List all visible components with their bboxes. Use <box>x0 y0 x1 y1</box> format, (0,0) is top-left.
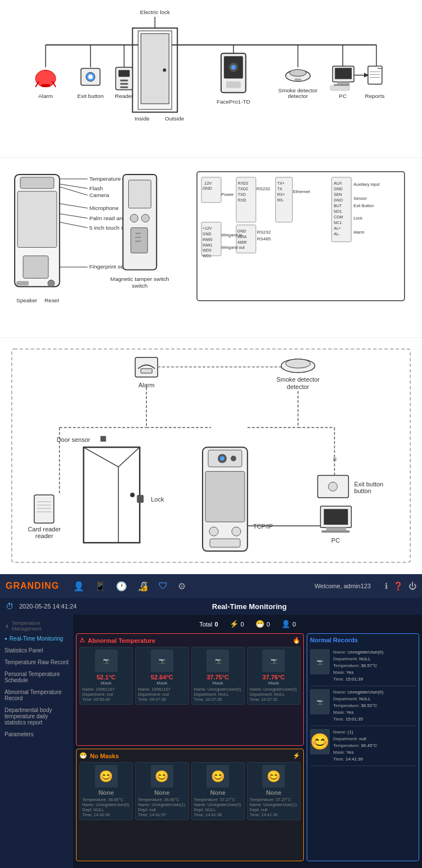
card-mask-1: Mask <box>138 681 186 686</box>
pc-label: PC <box>339 93 347 99</box>
face-icon: 😷 <box>255 620 264 628</box>
phone-nav-icon[interactable]: 📱 <box>95 581 106 592</box>
normal-records-panel: Normal Records 📷 Name: UnregisterUser(0)… <box>307 633 419 861</box>
palm-label: Palm read area <box>89 215 128 221</box>
nmcard-info-1: Temperature: 38.65°C Name: UnregisterUse… <box>138 797 186 817</box>
svg-text:RXD2: RXD2 <box>238 181 249 185</box>
svg-text:GND: GND <box>203 232 212 236</box>
card-temp-0: 52.1°C <box>82 674 130 681</box>
sidebar-item-abnormal[interactable]: Abnormal Temperature Record <box>0 686 73 704</box>
svg-text:reader: reader <box>35 533 53 539</box>
face-value: 0 <box>267 621 270 628</box>
svg-rect-142 <box>137 495 143 503</box>
nmcard-info-3: Temperature: 37.27°C Name: UnregisterUse… <box>250 797 298 817</box>
inside-label: Inside <box>134 115 150 122</box>
gear-nav-icon[interactable]: ⚙ <box>178 581 186 592</box>
normal-info-2: Name: (1) Department: null Temperature: … <box>333 729 377 763</box>
svg-text:Sensor: Sensor <box>353 196 367 201</box>
nav-right-icons: ℹ ❓ ⏻ <box>385 581 416 590</box>
person-stat-icon: 👤 <box>281 620 290 628</box>
svg-text:RS485: RS485 <box>257 236 271 241</box>
stats-bar: Total 0 ⚡ 0 😷 0 👤 0 <box>76 618 419 630</box>
svg-text:RX-: RX- <box>277 198 285 202</box>
outside-label: Outside <box>165 115 185 122</box>
abnormal-title: ⚠ Abnormal Temperature 🔥 <box>79 637 300 644</box>
power-icon[interactable]: ⏻ <box>408 581 416 590</box>
clock-nav-icon[interactable]: 🕐 <box>116 581 127 592</box>
tamper-label: Magnetic tamper switch <box>110 276 169 282</box>
svg-rect-39 <box>330 86 349 90</box>
help-icon[interactable]: ❓ <box>393 581 403 590</box>
section2-diagram: Temperature detector Flash Camera Microp… <box>0 158 422 338</box>
svg-point-61 <box>130 214 138 222</box>
svg-point-62 <box>141 214 149 222</box>
svg-rect-63 <box>131 228 147 253</box>
svg-text:SEN: SEN <box>334 193 342 196</box>
svg-point-5 <box>163 69 166 72</box>
svg-text:Wiegand out: Wiegand out <box>221 245 245 250</box>
sidebar: 🌡 Temperature Management ● Real-Time Mon… <box>0 615 73 868</box>
nmcard-temp-2: None <box>194 789 242 796</box>
svg-text:+12V: +12V <box>203 226 212 230</box>
svg-text:12V: 12V <box>204 181 212 186</box>
svg-rect-124 <box>100 436 106 442</box>
nmcard-img-1: 😊 <box>151 765 173 788</box>
alarm-label: Alarm <box>38 93 53 99</box>
svg-rect-0 <box>1 0 421 157</box>
svg-text:GND: GND <box>334 187 343 191</box>
person-nav-icon[interactable]: 👤 <box>73 581 84 592</box>
svg-point-154 <box>329 482 338 491</box>
svg-point-147 <box>231 456 236 462</box>
sidebar-item-stats[interactable]: Statistics Panel <box>0 645 73 656</box>
facepro-label: FacePro1-TD <box>217 99 250 105</box>
svg-point-51 <box>48 280 55 287</box>
card-temp-1: 52.64°C <box>138 674 186 681</box>
sidebar-item-realtime[interactable]: ● Real-Time Monitoring <box>0 633 73 645</box>
card-info-2: Name: UnregisterUser(0) Department: NULL… <box>194 687 242 702</box>
svg-rect-136 <box>34 495 54 523</box>
clock-icon-sub: ⏱ <box>6 602 14 611</box>
nomask-grid: 😊 None Temperature: 38.65°C Name: Unregi… <box>79 762 300 820</box>
nomask-card-3: 😊 None Temperature: 37.27°C Name: Unregi… <box>247 762 300 820</box>
shield-nav-icon[interactable]: 🛡 <box>159 581 168 592</box>
normal-info-1: Name: UnregisterUser(0) Department: NULL… <box>333 689 383 723</box>
normal-img-0: 📷 <box>310 649 330 674</box>
svg-rect-37 <box>337 82 349 84</box>
camera-label: Camera <box>89 192 110 198</box>
svg-rect-119 <box>141 369 152 373</box>
svg-point-149 <box>209 527 218 536</box>
svg-text:TX+: TX+ <box>277 181 285 185</box>
abnormal-panel: ⚠ Abnormal Temperature 🔥 📷 52.1°C <box>76 633 304 746</box>
sidebar-item-params[interactable]: Parameters <box>0 728 73 740</box>
sidebar-item-personal[interactable]: Personal Temperature Schedule <box>0 668 73 686</box>
abnormal-card-1: 📷 52.64°C Mask Name: 19961107 Department… <box>135 647 188 705</box>
svg-rect-158 <box>324 509 348 525</box>
svg-text:Lock: Lock <box>353 216 362 221</box>
svg-text:RS232: RS232 <box>257 186 271 191</box>
two-col-layout: ⚠ Abnormal Temperature 🔥 📷 52.1°C <box>76 633 419 861</box>
svg-text:RXD: RXD <box>238 198 246 202</box>
card-img-0: 📷 <box>95 650 118 672</box>
sidebar-item-dept[interactable]: Departmental body temperature daily stat… <box>0 704 73 728</box>
normal-record-2: 😊 Name: (1) Department: null Temperature… <box>310 726 416 766</box>
sidebar-item-raw[interactable]: Temperature Raw Record <box>0 656 73 668</box>
nomask-panel: 😷 No Masks ⚡ 😊 None <box>76 749 304 861</box>
app-logo: GRANDING <box>6 581 59 591</box>
alert-icon: ⚡ <box>293 752 300 759</box>
svg-text:RX+: RX+ <box>277 193 285 196</box>
svg-rect-49 <box>23 256 48 278</box>
pc-s3: PC <box>331 537 340 544</box>
main-content: 🌡 Temperature Management ● Real-Time Mon… <box>0 615 422 868</box>
svg-point-121 <box>286 359 311 368</box>
svg-rect-36 <box>335 68 352 79</box>
nmcard-temp-0: None <box>82 789 130 796</box>
svg-rect-160 <box>322 530 350 533</box>
sub-header: ⏱ 2020-05-25 14:41:24 Real-Time Monitori… <box>0 598 422 615</box>
svg-rect-38 <box>334 84 349 86</box>
reports-label: Reports <box>365 93 385 99</box>
total-value: 0 <box>214 621 218 628</box>
info-icon[interactable]: ℹ <box>385 581 388 590</box>
mask-icon: 😷 <box>79 752 87 759</box>
fingerprint-nav-icon[interactable]: 🔏 <box>137 581 149 592</box>
normal-record-0: 📷 Name: UnregisterUser(0) Department: NU… <box>310 646 416 686</box>
